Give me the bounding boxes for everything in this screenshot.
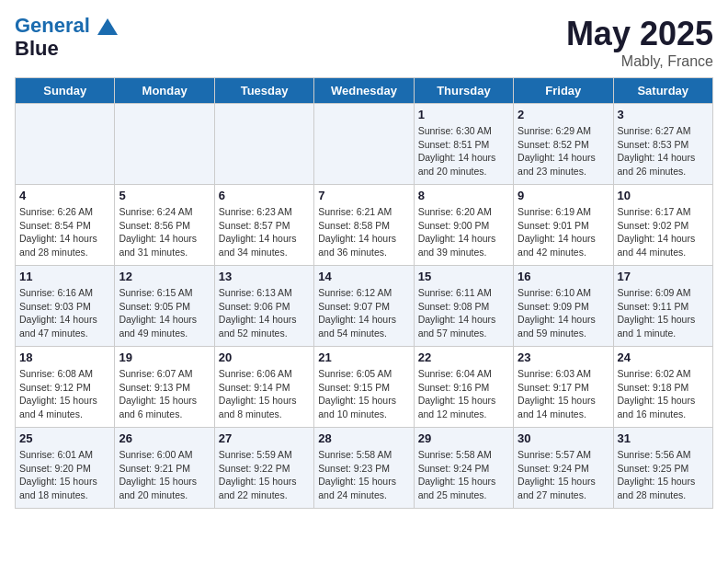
logo: General Blue (15, 15, 118, 61)
day-number: 4 (19, 189, 110, 202)
location-title: Mably, France (566, 53, 713, 70)
day-info: Sunrise: 6:16 AM Sunset: 9:03 PM Dayligh… (19, 286, 110, 340)
calendar-cell: 23Sunrise: 6:03 AM Sunset: 9:17 PM Dayli… (514, 347, 613, 428)
day-info: Sunrise: 6:00 AM Sunset: 9:21 PM Dayligh… (119, 448, 210, 502)
day-info: Sunrise: 6:09 AM Sunset: 9:11 PM Dayligh… (618, 286, 709, 340)
calendar-cell: 27Sunrise: 5:59 AM Sunset: 9:22 PM Dayli… (214, 428, 313, 509)
day-header-tuesday: Tuesday (214, 78, 313, 104)
day-number: 10 (618, 189, 709, 202)
day-number: 9 (518, 189, 609, 202)
calendar-cell: 16Sunrise: 6:10 AM Sunset: 9:09 PM Dayli… (514, 266, 613, 347)
day-info: Sunrise: 5:58 AM Sunset: 9:24 PM Dayligh… (418, 448, 509, 502)
day-number: 22 (418, 350, 509, 364)
day-info: Sunrise: 6:17 AM Sunset: 9:02 PM Dayligh… (618, 205, 709, 259)
calendar-week-row: 11Sunrise: 6:16 AM Sunset: 9:03 PM Dayli… (16, 266, 713, 347)
calendar-cell: 8Sunrise: 6:20 AM Sunset: 9:00 PM Daylig… (414, 185, 513, 266)
day-info: Sunrise: 6:07 AM Sunset: 9:13 PM Dayligh… (119, 367, 210, 421)
day-number: 27 (219, 431, 310, 445)
calendar-cell: 1Sunrise: 6:30 AM Sunset: 8:51 PM Daylig… (414, 104, 513, 185)
day-header-wednesday: Wednesday (314, 78, 414, 104)
day-number: 13 (219, 270, 310, 283)
calendar-cell: 31Sunrise: 5:56 AM Sunset: 9:25 PM Dayli… (613, 428, 712, 509)
day-number: 2 (518, 108, 609, 121)
calendar-cell (16, 104, 115, 185)
calendar-header-row: SundayMondayTuesdayWednesdayThursdayFrid… (16, 78, 713, 104)
day-info: Sunrise: 6:06 AM Sunset: 9:14 PM Dayligh… (219, 367, 310, 421)
calendar-cell: 26Sunrise: 6:00 AM Sunset: 9:21 PM Dayli… (115, 428, 214, 509)
day-number: 20 (219, 350, 310, 364)
day-number: 15 (418, 270, 509, 283)
calendar-cell: 10Sunrise: 6:17 AM Sunset: 9:02 PM Dayli… (613, 185, 712, 266)
day-number: 19 (119, 350, 210, 364)
calendar-week-row: 4Sunrise: 6:26 AM Sunset: 8:54 PM Daylig… (16, 185, 713, 266)
day-number: 30 (518, 431, 609, 445)
calendar-cell: 4Sunrise: 6:26 AM Sunset: 8:54 PM Daylig… (16, 185, 115, 266)
day-number: 3 (618, 108, 709, 121)
calendar-cell (314, 104, 414, 185)
calendar-cell: 28Sunrise: 5:58 AM Sunset: 9:23 PM Dayli… (314, 428, 414, 509)
calendar-cell: 18Sunrise: 6:08 AM Sunset: 9:12 PM Dayli… (16, 347, 115, 428)
day-info: Sunrise: 6:26 AM Sunset: 8:54 PM Dayligh… (19, 205, 110, 259)
calendar-cell: 24Sunrise: 6:02 AM Sunset: 9:18 PM Dayli… (613, 347, 712, 428)
day-header-thursday: Thursday (414, 78, 513, 104)
day-info: Sunrise: 6:30 AM Sunset: 8:51 PM Dayligh… (418, 124, 509, 178)
day-info: Sunrise: 5:56 AM Sunset: 9:25 PM Dayligh… (618, 448, 709, 502)
day-header-monday: Monday (115, 78, 214, 104)
svg-marker-0 (97, 18, 118, 35)
logo-general: General (15, 14, 90, 37)
day-number: 6 (219, 189, 310, 202)
day-info: Sunrise: 6:05 AM Sunset: 9:15 PM Dayligh… (318, 367, 409, 421)
logo-icon (97, 18, 118, 35)
day-number: 21 (318, 350, 409, 364)
calendar-cell: 30Sunrise: 5:57 AM Sunset: 9:24 PM Dayli… (514, 428, 613, 509)
day-header-friday: Friday (514, 78, 613, 104)
day-info: Sunrise: 6:23 AM Sunset: 8:57 PM Dayligh… (219, 205, 310, 259)
calendar-cell: 21Sunrise: 6:05 AM Sunset: 9:15 PM Dayli… (314, 347, 414, 428)
month-title: May 2025 (566, 15, 713, 53)
calendar-cell: 9Sunrise: 6:19 AM Sunset: 9:01 PM Daylig… (514, 185, 613, 266)
calendar-week-row: 1Sunrise: 6:30 AM Sunset: 8:51 PM Daylig… (16, 104, 713, 185)
logo-blue: Blue (15, 37, 118, 61)
calendar-cell: 20Sunrise: 6:06 AM Sunset: 9:14 PM Dayli… (214, 347, 313, 428)
logo-text: General Blue (15, 15, 118, 61)
day-header-saturday: Saturday (613, 78, 712, 104)
day-number: 24 (618, 350, 709, 364)
day-info: Sunrise: 6:21 AM Sunset: 8:58 PM Dayligh… (318, 205, 409, 259)
day-info: Sunrise: 6:01 AM Sunset: 9:20 PM Dayligh… (19, 448, 110, 502)
day-info: Sunrise: 6:13 AM Sunset: 9:06 PM Dayligh… (219, 286, 310, 340)
calendar-cell: 22Sunrise: 6:04 AM Sunset: 9:16 PM Dayli… (414, 347, 513, 428)
calendar-cell: 25Sunrise: 6:01 AM Sunset: 9:20 PM Dayli… (16, 428, 115, 509)
day-number: 26 (119, 431, 210, 445)
calendar-table: SundayMondayTuesdayWednesdayThursdayFrid… (15, 77, 713, 509)
day-number: 8 (418, 189, 509, 202)
day-info: Sunrise: 5:59 AM Sunset: 9:22 PM Dayligh… (219, 448, 310, 502)
calendar-cell: 15Sunrise: 6:11 AM Sunset: 9:08 PM Dayli… (414, 266, 513, 347)
calendar-cell: 5Sunrise: 6:24 AM Sunset: 8:56 PM Daylig… (115, 185, 214, 266)
day-info: Sunrise: 6:02 AM Sunset: 9:18 PM Dayligh… (618, 367, 709, 421)
day-info: Sunrise: 6:03 AM Sunset: 9:17 PM Dayligh… (518, 367, 609, 421)
calendar-cell: 6Sunrise: 6:23 AM Sunset: 8:57 PM Daylig… (214, 185, 313, 266)
day-info: Sunrise: 6:15 AM Sunset: 9:05 PM Dayligh… (119, 286, 210, 340)
day-info: Sunrise: 6:08 AM Sunset: 9:12 PM Dayligh… (19, 367, 110, 421)
calendar-cell: 14Sunrise: 6:12 AM Sunset: 9:07 PM Dayli… (314, 266, 414, 347)
day-info: Sunrise: 5:57 AM Sunset: 9:24 PM Dayligh… (518, 448, 609, 502)
day-number: 29 (418, 431, 509, 445)
day-info: Sunrise: 6:19 AM Sunset: 9:01 PM Dayligh… (518, 205, 609, 259)
title-block: May 2025 Mably, France (566, 15, 713, 70)
day-number: 28 (318, 431, 409, 445)
calendar-cell: 17Sunrise: 6:09 AM Sunset: 9:11 PM Dayli… (613, 266, 712, 347)
day-number: 11 (19, 270, 110, 283)
day-info: Sunrise: 6:20 AM Sunset: 9:00 PM Dayligh… (418, 205, 509, 259)
day-info: Sunrise: 6:24 AM Sunset: 8:56 PM Dayligh… (119, 205, 210, 259)
day-number: 12 (119, 270, 210, 283)
calendar-cell: 3Sunrise: 6:27 AM Sunset: 8:53 PM Daylig… (613, 104, 712, 185)
day-info: Sunrise: 5:58 AM Sunset: 9:23 PM Dayligh… (318, 448, 409, 502)
day-number: 31 (618, 431, 709, 445)
day-number: 25 (19, 431, 110, 445)
calendar-cell: 11Sunrise: 6:16 AM Sunset: 9:03 PM Dayli… (16, 266, 115, 347)
calendar-cell: 7Sunrise: 6:21 AM Sunset: 8:58 PM Daylig… (314, 185, 414, 266)
day-info: Sunrise: 6:10 AM Sunset: 9:09 PM Dayligh… (518, 286, 609, 340)
calendar-week-row: 25Sunrise: 6:01 AM Sunset: 9:20 PM Dayli… (16, 428, 713, 509)
day-info: Sunrise: 6:04 AM Sunset: 9:16 PM Dayligh… (418, 367, 509, 421)
day-number: 17 (618, 270, 709, 283)
